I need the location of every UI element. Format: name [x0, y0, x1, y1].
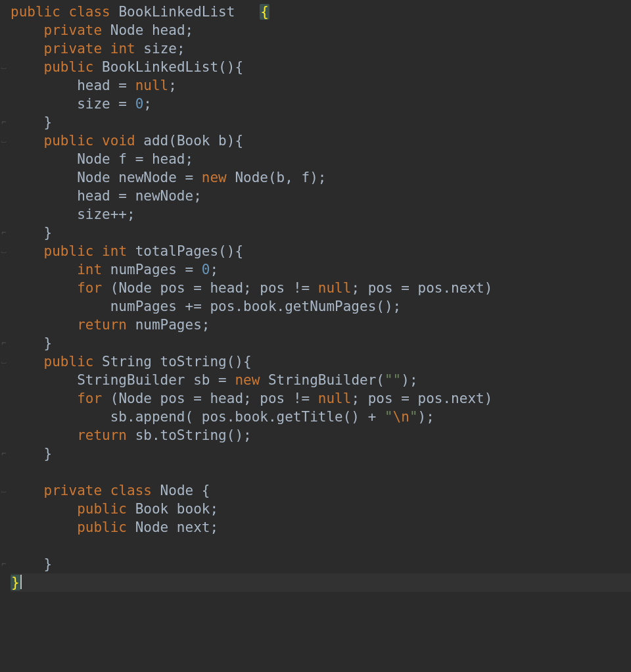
string-empty: ""	[385, 372, 401, 388]
field-head: Node head;	[110, 22, 193, 38]
code-editor-content[interactable]: public class BookLinkedList { private No…	[11, 3, 631, 592]
keyword-int: int	[102, 243, 127, 259]
tp-l1a: numPages =	[102, 262, 202, 277]
keyword-return: return	[77, 317, 127, 333]
add-line2a: Node newNode =	[77, 170, 202, 185]
keyword-class: class	[110, 483, 152, 498]
gutter-fold-icon[interactable]: ⎵	[0, 481, 9, 500]
gutter-row	[0, 500, 9, 518]
gutter-row	[0, 371, 9, 389]
tp-for-a: (Node pos = head; pos !=	[102, 280, 318, 296]
keyword-public: public	[11, 4, 60, 20]
brace-close-highlighted: }	[11, 575, 20, 590]
gutter-row	[0, 21, 9, 39]
gutter-end-icon: ⌐	[0, 224, 9, 242]
gutter-row	[0, 316, 9, 334]
semicolon: ;	[168, 78, 177, 93]
keyword-void: void	[102, 133, 135, 149]
inner-class-node-sig: Node {	[152, 483, 210, 498]
ts-l1b: StringBuilder(	[260, 372, 385, 388]
editor-gutter: ⎵ ⌐ ⎵ ⌐ ⎵ ⌐ ⎵ ⌐ ⎵ ⌐	[0, 3, 9, 672]
ts-ret: sb.toString();	[127, 427, 252, 443]
tp-body: numPages += pos.book.getNumPages();	[110, 299, 402, 314]
keyword-public: public	[44, 59, 94, 75]
keyword-class: class	[69, 4, 110, 20]
gutter-row	[0, 150, 9, 168]
gutter-row	[0, 518, 9, 537]
gutter-row	[0, 3, 9, 21]
gutter-row	[0, 279, 9, 297]
gutter-row	[0, 39, 9, 58]
field-size: size;	[143, 41, 185, 57]
keyword-public: public	[77, 501, 127, 517]
keyword-new: new	[202, 170, 227, 185]
number-zero: 0	[135, 96, 144, 112]
keyword-private: private	[44, 483, 103, 498]
class-name: BookLinkedList	[118, 4, 235, 20]
text-caret	[20, 575, 22, 589]
semicolon: ;	[143, 96, 152, 112]
gutter-fold-icon[interactable]: ⎵	[0, 132, 9, 150]
ctor-body-1a: head =	[77, 78, 135, 93]
keyword-private: private	[44, 22, 103, 38]
add-line3: head = newNode;	[77, 188, 202, 204]
tp-ret: numPages;	[127, 317, 210, 333]
gutter-end-icon: ⌐	[0, 334, 9, 352]
ts-for-b: ; pos = pos.next)	[351, 391, 492, 406]
keyword-public: public	[44, 133, 94, 149]
brace-close: }	[44, 225, 53, 241]
keyword-null: null	[318, 391, 352, 406]
gutter-end-icon: ⌐	[0, 113, 9, 132]
ts-l1end: );	[401, 372, 417, 388]
gutter-row	[0, 426, 9, 444]
gutter-row	[0, 297, 9, 316]
ts-l1a: StringBuilder sb =	[77, 372, 235, 388]
method-totalpages-sig: totalPages(){	[127, 243, 243, 259]
gutter-row	[0, 463, 9, 481]
gutter-fold-icon[interactable]: ⎵	[0, 58, 9, 76]
gutter-row	[0, 260, 9, 279]
gutter-row	[0, 537, 9, 555]
keyword-new: new	[235, 372, 260, 388]
brace-open-highlighted: {	[260, 4, 269, 20]
gutter-end-icon: ⌐	[0, 444, 9, 463]
keyword-return: return	[77, 427, 127, 443]
gutter-row	[0, 205, 9, 224]
keyword-null: null	[318, 280, 352, 296]
ts-for-a: (Node pos = head; pos !=	[102, 391, 318, 406]
brace-close: }	[44, 114, 53, 130]
keyword-for: for	[77, 280, 102, 296]
brace-close: }	[44, 335, 53, 351]
node-field-book: Book book;	[127, 501, 218, 517]
add-line4: size++;	[77, 206, 135, 222]
ts-body-end: );	[418, 409, 434, 425]
gutter-fold-icon[interactable]: ⎵	[0, 242, 9, 260]
method-add-sig: add(Book b){	[135, 133, 243, 149]
keyword-int: int	[77, 262, 102, 277]
ts-body-a: sb.append( pos.book.getTitle() +	[110, 409, 385, 425]
gutter-end-icon: ⌐	[0, 555, 9, 573]
keyword-private: private	[44, 41, 103, 57]
semicolon: ;	[210, 262, 218, 277]
keyword-public: public	[44, 354, 94, 370]
gutter-row	[0, 408, 9, 426]
gutter-fold-icon[interactable]: ⎵	[0, 352, 9, 371]
keyword-for: for	[77, 391, 102, 406]
add-line2b: Node(b, f);	[227, 170, 327, 185]
gutter-row	[0, 95, 9, 113]
ctor-body-2a: size =	[77, 96, 135, 112]
gutter-row	[0, 187, 9, 205]
tp-for-b: ; pos = pos.next)	[351, 280, 492, 296]
node-field-next: Node next;	[127, 519, 218, 535]
keyword-public: public	[44, 243, 94, 259]
gutter-row	[0, 76, 9, 95]
gutter-row	[0, 168, 9, 187]
brace-close: }	[44, 446, 53, 462]
add-line1: Node f = head;	[77, 151, 193, 167]
string-quote: "	[409, 409, 418, 425]
string-escape-newline: \n	[393, 409, 409, 425]
keyword-int: int	[110, 41, 135, 57]
number-zero: 0	[202, 262, 210, 277]
keyword-public: public	[77, 519, 127, 535]
keyword-null: null	[135, 78, 169, 93]
